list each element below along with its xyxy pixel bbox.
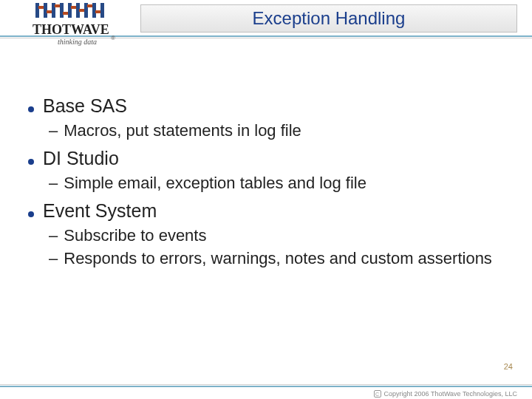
bullet-dot-icon (28, 159, 34, 165)
bullet-level2: – Macros, put statements in log file (49, 120, 502, 141)
bullet-text: Event System (43, 200, 157, 222)
bullet-level1: Event System (28, 200, 502, 222)
copyright-text: Copyright 2006 ThotWave Technologies, LL… (384, 390, 517, 398)
svg-rect-11 (55, 4, 60, 7)
dash-icon: – (49, 174, 58, 193)
bullet-level2: – Responds to errors, warnings, notes an… (49, 248, 502, 269)
svg-rect-14 (79, 9, 84, 12)
svg-rect-16 (95, 10, 100, 13)
bullet-dot-icon (28, 211, 34, 217)
bullet-text: DI Studio (43, 147, 119, 170)
logo-brand-text: THOTWAVE (33, 22, 109, 37)
slide-title: Exception Handling (253, 8, 406, 29)
footer-rule-shadow (0, 384, 532, 385)
svg-rect-0 (35, 3, 39, 18)
title-bar: Exception Handling (140, 4, 517, 33)
bullet-level1: DI Studio (28, 147, 502, 170)
svg-rect-3 (60, 3, 64, 18)
slide: Exception Handling (0, 0, 532, 399)
subbullet-text: Simple email, exception tables and log f… (64, 173, 366, 194)
copyright: C Copyright 2006 ThotWave Technologies, … (374, 390, 517, 398)
page-number: 24 (504, 362, 513, 371)
svg-rect-15 (87, 4, 92, 7)
svg-rect-8 (100, 3, 104, 18)
bullet-level1: Base SAS (28, 95, 502, 117)
logo-tagline: thinking data (58, 38, 97, 46)
slide-body: Base SAS – Macros, put statements in log… (28, 89, 502, 269)
bullet-dot-icon (28, 106, 34, 112)
slide-header: Exception Handling (0, 0, 532, 58)
copyright-icon: C (374, 390, 381, 398)
bullet-level2: – Subscribe to events (49, 225, 502, 246)
svg-rect-10 (47, 10, 52, 13)
dash-icon: – (49, 249, 58, 268)
subbullet-text: Macros, put statements in log file (64, 120, 301, 141)
bullet-level2: – Simple email, exception tables and log… (49, 173, 502, 194)
footer-rule (0, 386, 532, 387)
logo-trademark: ® (111, 35, 115, 41)
svg-rect-12 (63, 12, 68, 15)
svg-rect-4 (68, 3, 72, 18)
bullet-text: Base SAS (43, 95, 127, 117)
thotwave-logo: THOTWAVE thinking data ® (25, 1, 140, 56)
subbullet-text: Responds to errors, warnings, notes and … (64, 248, 492, 269)
svg-rect-9 (38, 6, 44, 9)
dash-icon: – (49, 121, 58, 140)
svg-rect-13 (71, 6, 76, 9)
dash-icon: – (49, 226, 58, 245)
subbullet-text: Subscribe to events (64, 225, 206, 246)
